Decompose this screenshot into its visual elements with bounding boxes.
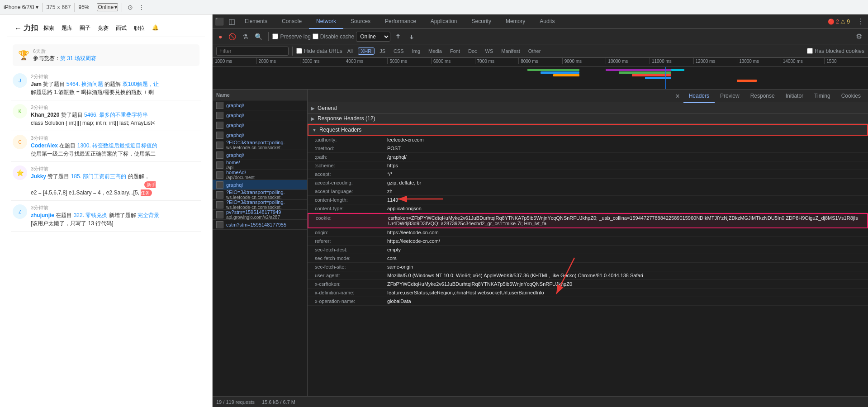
response-headers-section-header[interactable]: ▶ Response Headers (12) xyxy=(308,114,868,124)
tab-cookies[interactable]: Cookies xyxy=(836,90,866,103)
record-button[interactable]: ● xyxy=(216,32,224,42)
network-toolbar: ● 🚫 ⚗ 🔍 Preserve log Disable cache Onlin… xyxy=(213,29,868,44)
tab-sources[interactable]: Sources xyxy=(343,14,378,29)
header-name: referer: xyxy=(315,238,387,244)
general-section-header[interactable]: ▶ General xyxy=(308,103,868,114)
disable-cache-checkbox[interactable] xyxy=(313,33,318,39)
request-arrow: ▼ xyxy=(312,128,317,133)
tab-elements[interactable]: Elements xyxy=(237,14,275,29)
username-link[interactable]: Jukky xyxy=(31,173,46,180)
filter-ws[interactable]: WS xyxy=(482,47,497,55)
tab-console[interactable]: Console xyxy=(275,14,309,29)
table-row[interactable]: graphql/ xyxy=(213,110,307,120)
network-throttle-select[interactable]: Online Fast 3G Slow 3G Offline xyxy=(356,32,390,42)
table-row[interactable]: pv?stm=1595148177949 api.growingio.com/v… xyxy=(213,210,307,220)
table-row[interactable]: ?EIO=3&transport=polling. ws.leetcode-cn… xyxy=(213,190,307,200)
filter-doc[interactable]: Doc xyxy=(465,47,480,55)
table-row[interactable]: ?EIO=3&transport=polling. ws.leetcode-cn… xyxy=(213,200,307,210)
tab-audits[interactable]: Audits xyxy=(532,14,562,29)
filter-xhr[interactable]: XHR xyxy=(358,47,375,55)
solution-link[interactable]: 双100解题，让 xyxy=(123,81,159,87)
tab-network[interactable]: Network xyxy=(309,14,343,29)
tab-timing[interactable]: Timing xyxy=(809,90,836,103)
header-row-accept-language: accept-language: zh xyxy=(308,187,868,196)
blocked-cookies-checkbox[interactable] xyxy=(807,48,813,54)
search-button[interactable]: 🔍 xyxy=(252,32,265,42)
wf-bar-1 xyxy=(527,69,580,71)
filter-js[interactable]: JS xyxy=(376,47,389,55)
table-row[interactable]: graphql/ xyxy=(213,130,307,140)
avatar: ⭐ xyxy=(13,166,27,180)
header-value: Mozilla/5.0 (Windows NT 10.0; Win64; x64… xyxy=(387,273,861,278)
problem-link[interactable]: 322. 零钱兑换 xyxy=(74,212,108,218)
sidebar-toggle-icon[interactable]: ◫ xyxy=(226,16,237,27)
download-icon[interactable] xyxy=(406,32,417,42)
tab-performance[interactable]: Performance xyxy=(378,14,423,29)
tab-response[interactable]: Response xyxy=(745,90,780,103)
row-content: graphql xyxy=(226,182,304,188)
contest-link[interactable]: 第 31 场双周赛 xyxy=(60,55,96,62)
mark-14000: 14000 ms xyxy=(781,58,825,64)
table-row[interactable]: cstm?stm=1595148177955 xyxy=(213,220,307,230)
preserve-log-checkbox[interactable] xyxy=(272,33,278,39)
filter-img[interactable]: Img xyxy=(409,47,423,55)
tab-application[interactable]: Application xyxy=(423,14,465,29)
filter-other[interactable]: Other xyxy=(525,47,544,55)
solution-link[interactable]: 完全背景 xyxy=(138,212,159,218)
filter-input[interactable] xyxy=(216,47,289,56)
filter-media[interactable]: Media xyxy=(425,47,445,55)
avatar-text: K xyxy=(19,109,22,114)
devtools-toggle-icon[interactable]: ⬛ xyxy=(213,16,226,27)
header-value: POST xyxy=(387,146,861,151)
more-options-button[interactable]: ⋮ xyxy=(137,3,147,12)
username-link[interactable]: Khan_2020 xyxy=(31,112,59,118)
capture-screenshot-button[interactable]: ⊙ xyxy=(126,3,135,12)
hide-data-urls-label[interactable]: Hide data URLs xyxy=(296,48,342,54)
device-selector[interactable]: iPhone 6/7/8 ▾ xyxy=(4,4,38,10)
table-row[interactable]: graphql/ xyxy=(213,150,307,160)
name-column-header: Name xyxy=(216,92,304,98)
nav-more-button[interactable]: ⋮ xyxy=(854,17,868,26)
filter-manifest[interactable]: Manifest xyxy=(498,47,523,55)
header-name: :authority: xyxy=(315,137,387,142)
tab-memory[interactable]: Memory xyxy=(498,14,532,29)
settings-button[interactable]: ⚙ xyxy=(854,31,864,42)
req-name: cstm?stm=1595148177955 xyxy=(226,222,304,227)
problem-link[interactable]: 1300. 转变数组后最接近目标值的 xyxy=(77,142,157,149)
table-row[interactable]: home/ /api xyxy=(213,160,307,170)
nav-circle: 圈子 xyxy=(80,24,90,32)
upload-icon[interactable] xyxy=(392,32,404,42)
filter-icon-button[interactable]: ⚗ xyxy=(240,32,251,42)
activity-text: Jam 赞了题目 5464. 换酒问题 的题解 双100解题，让 解题思路 1.… xyxy=(31,80,199,96)
tab-initiator[interactable]: Initiator xyxy=(780,90,809,103)
header-name: cookie: xyxy=(316,215,388,221)
error-count[interactable]: 🔴 2 ⚠ 9 xyxy=(824,19,854,25)
hide-data-urls-checkbox[interactable] xyxy=(296,48,302,54)
blocked-cookies-label[interactable]: Has blocked cookies xyxy=(807,48,864,54)
table-row[interactable]: graphql/ xyxy=(213,120,307,130)
header-row-cookie: cookie: csrftoken=ZFbPYWCdtqHuMyke2v61Ju… xyxy=(308,213,868,228)
table-row[interactable]: homeAd/ /api/document xyxy=(213,170,307,180)
tab-headers[interactable]: Headers xyxy=(683,90,715,103)
problem-link[interactable]: 5466. 最多的不重叠字符串 xyxy=(84,112,148,118)
problem-link[interactable]: 185. 部门工资前三高的 xyxy=(71,173,127,180)
problem-link[interactable]: 5464. 换酒问题 xyxy=(66,81,103,87)
stop-button[interactable]: 🚫 xyxy=(226,32,238,42)
table-row[interactable]: ?EIO=3&transport=polling. ws.leetcode-cn… xyxy=(213,140,307,150)
table-row[interactable]: graphql/ xyxy=(213,100,307,110)
username-link[interactable]: zhujunjie xyxy=(31,212,54,218)
username-link[interactable]: CoderAlex xyxy=(31,142,58,149)
filter-font[interactable]: Font xyxy=(447,47,463,55)
tab-preview[interactable]: Preview xyxy=(715,90,745,103)
username-link[interactable]: Jam xyxy=(31,81,42,87)
table-row[interactable]: graphql xyxy=(213,180,307,190)
disable-cache-label[interactable]: Disable cache xyxy=(313,33,354,40)
close-button[interactable]: × xyxy=(672,92,683,100)
connectivity-selector[interactable]: Online ▾ xyxy=(97,3,118,11)
filter-css[interactable]: CSS xyxy=(390,47,407,55)
preserve-log-label[interactable]: Preserve log xyxy=(272,33,310,40)
filter-all[interactable]: All xyxy=(344,47,356,55)
req-name: graphql xyxy=(226,182,304,188)
tab-security[interactable]: Security xyxy=(465,14,498,29)
request-headers-section-header[interactable]: ▼ Request Headers xyxy=(308,124,868,136)
